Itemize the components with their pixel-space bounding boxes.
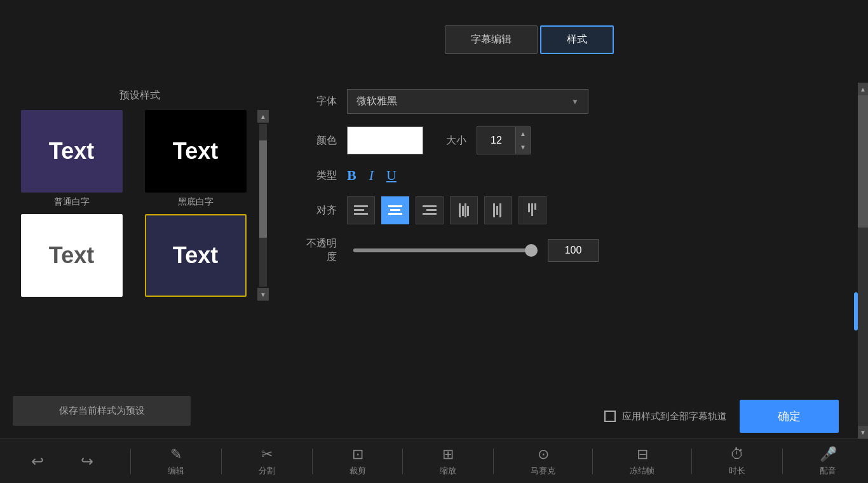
preset-scroll-track: [259, 124, 267, 287]
align-label: 对齐: [305, 204, 337, 217]
redo-button[interactable]: ↪: [81, 452, 93, 470]
preset-label-2: 黑底白字: [178, 196, 214, 208]
preset-scroll-thumb: [259, 140, 267, 238]
svg-rect-15: [499, 203, 501, 217]
preset-scroll-up[interactable]: ▲: [257, 110, 269, 123]
preset-thumb-1: Text: [21, 110, 123, 193]
toolbar-divider-4: [402, 449, 403, 474]
chevron-down-icon: ▼: [571, 97, 579, 106]
svg-rect-17: [531, 203, 533, 216]
color-picker[interactable]: [347, 126, 423, 154]
svg-rect-4: [390, 209, 400, 211]
preset-label-1: 普通白字: [54, 196, 90, 208]
svg-rect-5: [388, 213, 402, 215]
preset-item-white-bg[interactable]: Text: [13, 214, 130, 301]
svg-rect-6: [423, 205, 437, 207]
preset-item-normal-white[interactable]: Text 普通白字: [13, 110, 130, 208]
toolbar-label-edit: 编辑: [168, 465, 184, 477]
toolbar-divider-3: [312, 449, 313, 474]
split-icon: ✂: [261, 446, 273, 463]
audio-icon: 🎤: [820, 446, 837, 463]
align-left-button[interactable]: [347, 196, 375, 224]
preset-scroll-down[interactable]: ▼: [257, 288, 269, 301]
freeze-icon: ⊟: [637, 446, 648, 463]
opacity-row: 不透明度 100: [305, 237, 849, 264]
size-input[interactable]: [477, 135, 515, 146]
apply-all-wrap: 应用样式到全部字幕轨道: [604, 411, 727, 423]
italic-button[interactable]: I: [369, 167, 374, 184]
svg-rect-7: [426, 209, 437, 211]
toolbar-label-zoom: 缩放: [440, 465, 456, 477]
svg-rect-16: [528, 203, 530, 212]
align-v2-button[interactable]: [484, 196, 512, 224]
toolbar-item-mask[interactable]: ⊙ 马赛克: [531, 446, 555, 477]
align-v3-button[interactable]: [519, 196, 546, 224]
preset-grid: Text 普通白字 Text 黑底白字 Text Text: [13, 110, 254, 301]
align-row: 对齐: [305, 196, 849, 224]
font-dropdown[interactable]: 微软雅黑 ▼: [347, 89, 588, 114]
align-center-button[interactable]: [381, 196, 409, 224]
apply-all-checkbox[interactable]: [604, 411, 616, 422]
size-up-button[interactable]: ▲: [515, 127, 530, 140]
toolbar-item-split[interactable]: ✂ 分割: [259, 446, 275, 477]
undo-button[interactable]: ↩: [31, 452, 44, 470]
font-label: 字体: [305, 95, 337, 108]
preset-item-black-bg-white[interactable]: Text 黑底白字: [137, 110, 254, 208]
bold-button[interactable]: B: [347, 167, 356, 184]
underline-button[interactable]: U: [386, 167, 397, 184]
svg-rect-9: [459, 203, 461, 217]
type-row: 类型 B I U: [305, 167, 849, 184]
svg-rect-3: [388, 205, 402, 207]
tab-style[interactable]: 样式: [540, 25, 614, 54]
preset-thumb-3: Text: [21, 214, 123, 297]
size-down-button[interactable]: ▼: [515, 140, 530, 154]
duration-icon: ⏱: [730, 446, 744, 463]
svg-rect-13: [493, 203, 495, 217]
mask-icon: ⊙: [538, 446, 549, 463]
color-size-row: 颜色 大小 ▲ ▼: [305, 126, 849, 154]
toolbar-item-crop[interactable]: ⊡ 裁剪: [349, 446, 366, 477]
toolbar-label-audio: 配音: [820, 465, 836, 477]
opacity-slider[interactable]: [353, 248, 531, 252]
save-preset-button[interactable]: 保存当前样式为预设: [13, 396, 191, 426]
preset-item-dark-yellow[interactable]: Text: [137, 214, 254, 301]
preset-thumb-2: Text: [145, 110, 247, 193]
style-panel: 字体 微软雅黑 ▼ 颜色 大小 ▲ ▼ 类型 B I: [280, 83, 868, 439]
confirm-button[interactable]: 确定: [740, 400, 839, 433]
preset-title: 预设样式: [13, 89, 267, 102]
svg-rect-1: [354, 209, 364, 211]
toolbar-item-audio[interactable]: 🎤 配音: [820, 446, 837, 477]
preset-grid-wrapper: Text 普通白字 Text 黑底白字 Text Text: [13, 110, 267, 301]
bottom-toolbar: ↩ ↪ ✎ 编辑 ✂ 分割 ⊡ 裁剪 ⊞ 缩放 ⊙ 马赛克 ⊟ 冻结帧 ⏱ 时长…: [0, 439, 868, 483]
align-left-icon: [354, 205, 368, 215]
align-v3-icon: [527, 203, 538, 217]
bottom-action-row: 应用样式到全部字幕轨道 确定: [280, 394, 858, 439]
font-row: 字体 微软雅黑 ▼: [305, 89, 849, 114]
align-buttons: [347, 196, 546, 224]
color-label: 颜色: [305, 134, 337, 147]
svg-rect-2: [354, 213, 368, 215]
type-buttons: B I U: [347, 167, 397, 184]
svg-rect-8: [423, 213, 437, 215]
toolbar-item-duration[interactable]: ⏱ 时长: [729, 446, 745, 477]
opacity-thumb[interactable]: [525, 244, 538, 257]
toolbar-label-mask: 马赛克: [531, 465, 555, 477]
toolbar-divider-5: [493, 449, 494, 474]
toolbar-item-zoom[interactable]: ⊞ 缩放: [440, 446, 456, 477]
edit-icon: ✎: [170, 446, 182, 463]
toolbar-item-freeze[interactable]: ⊟ 冻结帧: [630, 446, 654, 477]
toolbar-item-edit[interactable]: ✎ 编辑: [168, 446, 184, 477]
svg-rect-18: [534, 203, 536, 210]
align-v1-button[interactable]: [450, 196, 478, 224]
svg-rect-12: [467, 206, 469, 216]
toolbar-divider-7: [691, 449, 692, 474]
type-label: 类型: [305, 169, 337, 182]
align-right-button[interactable]: [416, 196, 444, 224]
toolbar-divider-1: [130, 449, 131, 474]
toolbar-label-split: 分割: [259, 465, 275, 477]
tab-subtitle-edit[interactable]: 字幕编辑: [445, 25, 538, 54]
main-panel: 预设样式 Text 普通白字 Text 黑底白字 Text: [0, 83, 868, 439]
preset-scrollbar[interactable]: ▲ ▼: [259, 110, 267, 301]
svg-rect-10: [462, 206, 464, 216]
tab-bar: 字幕编辑 样式: [445, 25, 614, 54]
